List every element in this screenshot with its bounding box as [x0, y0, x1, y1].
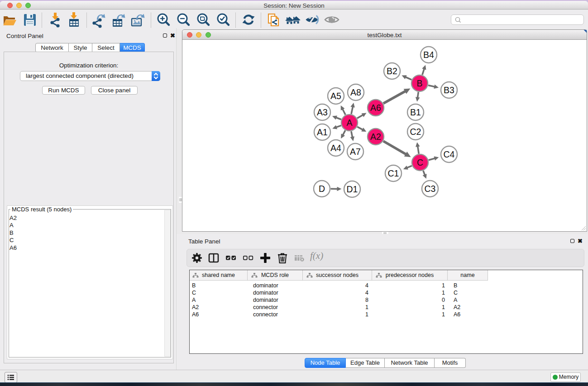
- svg-text:C4: C4: [444, 149, 455, 159]
- svg-text:B2: B2: [387, 66, 397, 76]
- svg-text:A7: A7: [350, 147, 361, 157]
- svg-text:B1: B1: [410, 107, 421, 117]
- svg-text:C3: C3: [425, 184, 436, 194]
- svg-text:A2: A2: [370, 132, 381, 142]
- svg-text:D: D: [319, 184, 325, 194]
- svg-text:C1: C1: [388, 168, 399, 178]
- svg-text:A: A: [346, 118, 352, 128]
- svg-text:D1: D1: [347, 184, 358, 194]
- svg-text:A3: A3: [317, 107, 328, 117]
- svg-text:C: C: [417, 157, 423, 167]
- svg-text:A1: A1: [317, 127, 328, 137]
- svg-text:A5: A5: [330, 91, 341, 101]
- svg-text:A6: A6: [370, 103, 381, 113]
- svg-text:A4: A4: [330, 143, 341, 153]
- svg-text:B3: B3: [444, 85, 454, 95]
- svg-text:B4: B4: [423, 50, 434, 60]
- svg-text:B: B: [416, 78, 422, 88]
- svg-text:A8: A8: [350, 87, 361, 97]
- svg-text:C2: C2: [410, 127, 421, 137]
